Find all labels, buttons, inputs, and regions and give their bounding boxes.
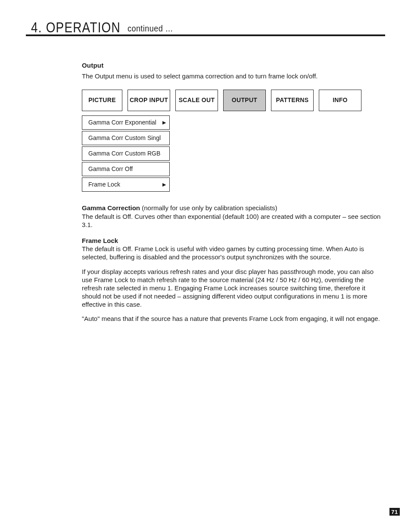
- menu-item-gamma-off[interactable]: Gamma Corr Off: [82, 162, 170, 176]
- frame-lock-text-1: The default is Off. Frame Lock is useful…: [82, 245, 364, 261]
- frame-lock-paragraph-2: If your display accepts various refresh …: [82, 268, 383, 309]
- gamma-correction-heading: Gamma Correction: [82, 204, 140, 212]
- triangle-right-icon: ▶: [162, 182, 166, 187]
- menu-item-label: Frame Lock: [88, 181, 120, 189]
- triangle-right-icon: ▶: [162, 120, 166, 125]
- tab-output[interactable]: OUTPUT: [223, 90, 266, 111]
- tab-info[interactable]: INFO: [319, 90, 361, 111]
- section-title: Output: [82, 61, 383, 69]
- tab-picture[interactable]: PICTURE: [82, 90, 122, 111]
- frame-lock-text-2: If your display accepts various refresh …: [82, 268, 374, 308]
- menu-item-label: Gamma Corr Exponential: [88, 119, 156, 127]
- menu-item-gamma-custom-single[interactable]: Gamma Corr Custom Singl: [82, 131, 170, 145]
- frame-lock-paragraph-3: "Auto" means that if the source has a na…: [82, 314, 383, 323]
- menu-item-label: Gamma Corr Custom RGB: [88, 150, 160, 158]
- gamma-correction-note: (normally for use only by calibration sp…: [140, 204, 277, 212]
- tab-scale-out[interactable]: SCALE OUT: [175, 90, 218, 111]
- menu-item-label: Gamma Corr Off: [88, 165, 133, 173]
- tab-patterns[interactable]: PATTERNS: [271, 90, 314, 111]
- section-intro: The Output menu is used to select gamma …: [82, 72, 383, 80]
- menu-item-label: Gamma Corr Custom Singl: [88, 134, 161, 142]
- menu-item-gamma-exponential[interactable]: Gamma Corr Exponential ▶: [82, 115, 170, 130]
- tab-row: PICTURE CROP INPUT SCALE OUT OUTPUT PATT…: [82, 90, 383, 111]
- chapter-title: 4. OPERATION: [31, 20, 121, 34]
- content-block: Output The Output menu is used to select…: [82, 61, 383, 323]
- menu-item-frame-lock[interactable]: Frame Lock ▶: [82, 177, 170, 192]
- tab-crop-input[interactable]: CROP INPUT: [128, 90, 170, 111]
- menu-item-gamma-custom-rgb[interactable]: Gamma Corr Custom RGB: [82, 146, 170, 161]
- dropdown-menu: Gamma Corr Exponential ▶ Gamma Corr Cust…: [82, 115, 170, 192]
- chapter-continued: continued …: [128, 24, 173, 33]
- frame-lock-heading: Frame Lock: [82, 237, 118, 244]
- gamma-correction-detail: The default is Off. Curves other than ex…: [82, 213, 380, 228]
- frame-lock-text-3: "Auto" means that if the source has a na…: [82, 315, 380, 322]
- page-number: 71: [389, 508, 400, 516]
- manual-page: 4. OPERATION continued … Output The Outp…: [0, 0, 411, 532]
- gamma-correction-paragraph: Gamma Correction (normally for use only …: [82, 204, 383, 229]
- chapter-header: 4. OPERATION continued …: [26, 20, 385, 36]
- frame-lock-paragraph-1: Frame Lock The default is Off. Frame Loc…: [82, 236, 383, 261]
